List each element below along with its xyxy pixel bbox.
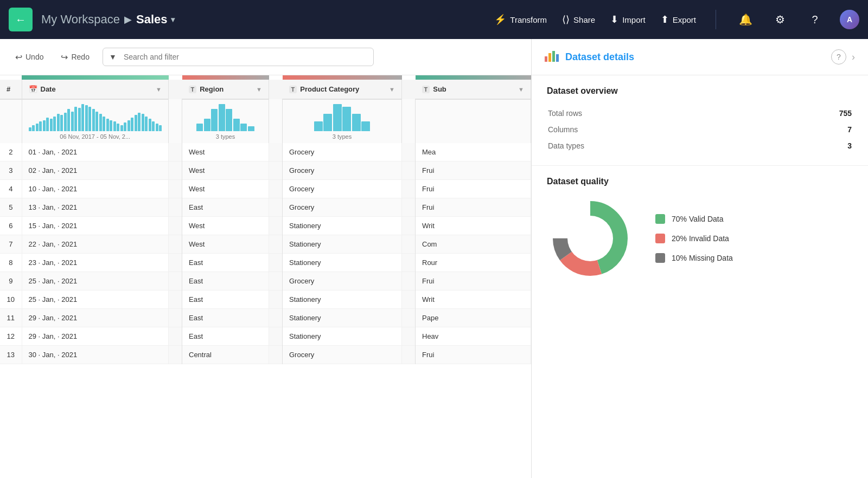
table-row: 11 29 · Jan, · 2021 East Stationery Pape bbox=[0, 309, 531, 327]
region-type-badge: T bbox=[189, 86, 197, 93]
export-button[interactable]: ⬆ Export bbox=[661, 14, 696, 25]
sub-cell: Writ bbox=[416, 290, 531, 309]
help-button[interactable]: ? bbox=[805, 10, 825, 29]
quality-content: 70% Valid Data 20% Invalid Data 10% Miss… bbox=[547, 195, 853, 282]
svg-rect-1 bbox=[548, 53, 551, 62]
question-icon: ? bbox=[812, 14, 818, 26]
panel-expand-button[interactable]: › bbox=[852, 51, 855, 63]
category-cell: Stationery bbox=[283, 254, 402, 272]
search-input[interactable] bbox=[103, 48, 374, 66]
table-row: 3 02 · Jan, · 2021 West Grocery Frui bbox=[0, 162, 531, 180]
region-mini-chart bbox=[189, 103, 262, 131]
region-cell: East bbox=[182, 327, 269, 346]
date-cell: 10 · Jan, · 2021 bbox=[22, 180, 169, 198]
table-row: 4 10 · Jan, · 2021 West Grocery Frui bbox=[0, 180, 531, 198]
date-header[interactable]: 📅 Date ▼ bbox=[22, 80, 169, 99]
region-cell: Central bbox=[182, 346, 269, 364]
date-cell: 30 · Jan, · 2021 bbox=[22, 346, 169, 364]
quality-section: Dataset quality bbox=[532, 166, 868, 293]
region-cell: East bbox=[182, 272, 269, 290]
sub-sort-button[interactable]: ▼ bbox=[518, 86, 524, 93]
row-num-cell: 12 bbox=[0, 327, 22, 346]
avatar[interactable]: A bbox=[840, 10, 859, 29]
svg-point-7 bbox=[567, 216, 613, 261]
row-num-cell: 4 bbox=[0, 180, 22, 198]
category-cell: Grocery bbox=[283, 272, 402, 290]
category-type-badge: T bbox=[289, 86, 297, 93]
bell-icon: 🔔 bbox=[739, 13, 752, 26]
region-cell: East bbox=[182, 198, 269, 217]
import-icon: ⬇ bbox=[610, 14, 618, 25]
region-header[interactable]: T Region ▼ bbox=[182, 80, 269, 99]
redo-button[interactable]: ↪ Redo bbox=[56, 50, 93, 64]
row-num-cell: 9 bbox=[0, 272, 22, 290]
undo-button[interactable]: ↩ Undo bbox=[11, 50, 48, 64]
import-button[interactable]: ⬇ Import bbox=[610, 14, 646, 25]
donut-chart bbox=[547, 195, 634, 282]
back-arrow-icon: ← bbox=[15, 14, 26, 26]
category-cell: Grocery bbox=[283, 346, 402, 364]
region-cell: East bbox=[182, 309, 269, 327]
sub-cell: Frui bbox=[416, 180, 531, 198]
overview-label: Total rows bbox=[548, 106, 773, 121]
main-content: ↩ Undo ↪ Redo ▼ bbox=[0, 39, 868, 478]
overview-label: Columns bbox=[548, 122, 773, 137]
right-panel: Dataset details ? › Dataset overview Tot… bbox=[532, 39, 868, 478]
overview-row: Columns 7 bbox=[548, 122, 852, 137]
region-cell: West bbox=[182, 180, 269, 198]
sub-cell: Heav bbox=[416, 327, 531, 346]
region-cell: East bbox=[182, 290, 269, 309]
sub-header[interactable]: T Sub ▼ bbox=[416, 80, 531, 99]
transform-icon: ⚡ bbox=[494, 14, 506, 25]
workspace-title: Sales ▾ bbox=[136, 12, 175, 27]
title-chevron-icon[interactable]: ▾ bbox=[171, 15, 175, 24]
toolbar: ↩ Undo ↪ Redo ▼ bbox=[0, 39, 531, 75]
table-body: 2 01 · Jan, · 2021 West Grocery Mea 3 02… bbox=[0, 143, 531, 364]
date-cell: 02 · Jan, · 2021 bbox=[22, 162, 169, 180]
category-cell: Grocery bbox=[283, 198, 402, 217]
sub-cell: Mea bbox=[416, 143, 531, 162]
data-table-wrap: # 📅 Date ▼ T Region bbox=[0, 75, 531, 478]
notifications-button[interactable]: 🔔 bbox=[736, 10, 755, 29]
category-sort-button[interactable]: ▼ bbox=[389, 86, 395, 93]
table-header-row: # 📅 Date ▼ T Region bbox=[0, 80, 531, 99]
svg-rect-2 bbox=[552, 51, 555, 62]
data-panel: ↩ Undo ↪ Redo ▼ bbox=[0, 39, 532, 478]
table-row: 13 30 · Jan, · 2021 Central Grocery Frui bbox=[0, 346, 531, 364]
overview-label: Data types bbox=[548, 138, 773, 153]
region-sort-button[interactable]: ▼ bbox=[256, 86, 262, 93]
table-row: 6 15 · Jan, · 2021 West Stationery Writ bbox=[0, 217, 531, 235]
date-mini-chart bbox=[29, 103, 162, 131]
legend-item: 10% Missing Data bbox=[655, 253, 733, 263]
region-cell: West bbox=[182, 162, 269, 180]
region-cell: East bbox=[182, 254, 269, 272]
legend-item: 70% Valid Data bbox=[655, 214, 733, 224]
category-header[interactable]: T Product Category ▼ bbox=[283, 80, 402, 99]
table-row: 8 23 · Jan, · 2021 East Stationery Rour bbox=[0, 254, 531, 272]
overview-value: 7 bbox=[774, 122, 852, 137]
category-cell: Stationery bbox=[283, 290, 402, 309]
category-cell: Grocery bbox=[283, 180, 402, 198]
region-types-label: 3 types bbox=[189, 133, 262, 140]
row-num-cell: 7 bbox=[0, 235, 22, 254]
dataset-icon bbox=[545, 49, 560, 65]
row-num-header: # bbox=[0, 80, 22, 99]
region-cell: West bbox=[182, 143, 269, 162]
date-cell: 25 · Jan, · 2021 bbox=[22, 290, 169, 309]
overview-table: Total rows 755 Columns 7 Data types 3 bbox=[547, 105, 853, 154]
sub-type-badge: T bbox=[422, 86, 430, 93]
panel-help-button[interactable]: ? bbox=[831, 49, 846, 64]
sub-cell: Frui bbox=[416, 162, 531, 180]
date-sort-button[interactable]: ▼ bbox=[156, 86, 162, 93]
legend-swatch bbox=[655, 214, 665, 224]
panel-header: Dataset details ? › bbox=[532, 39, 868, 75]
share-button[interactable]: ⟨⟩ Share bbox=[562, 14, 595, 25]
sub-cell: Frui bbox=[416, 198, 531, 217]
settings-button[interactable]: ⚙ bbox=[770, 10, 790, 29]
transform-button[interactable]: ⚡ Transform bbox=[494, 14, 547, 25]
legend-label: 70% Valid Data bbox=[672, 215, 723, 223]
sub-cell: Frui bbox=[416, 272, 531, 290]
sub-cell: Com bbox=[416, 235, 531, 254]
back-button[interactable]: ← bbox=[9, 8, 33, 31]
legend-swatch bbox=[655, 234, 665, 243]
